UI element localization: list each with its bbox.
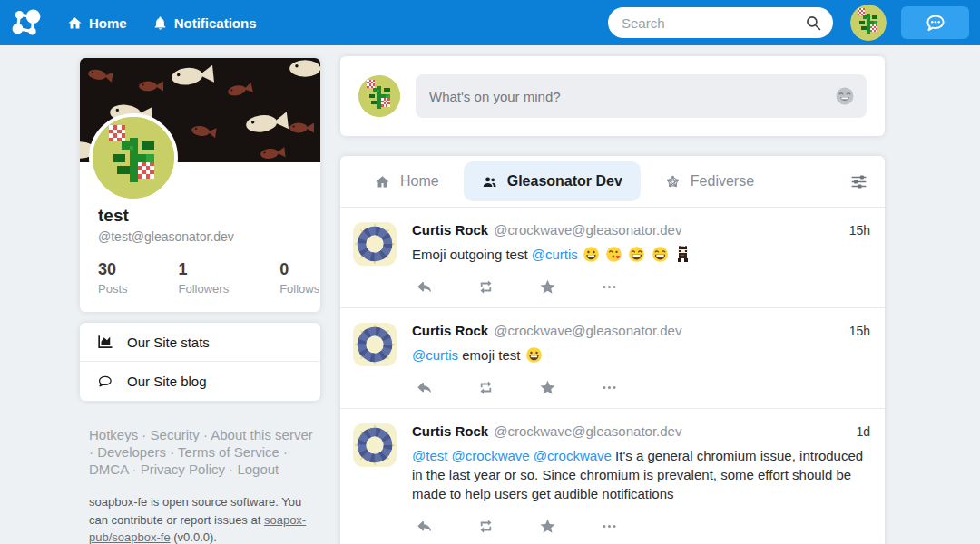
post-timestamp[interactable]: 15h <box>849 324 870 338</box>
post-author-name[interactable]: Curtis Rock <box>412 423 488 439</box>
stat-posts-value: 30 <box>98 260 128 279</box>
reply-button[interactable] <box>416 379 433 396</box>
profile-handle: @test@gleasonator.dev <box>98 229 302 244</box>
menu-item-site-stats[interactable]: Our Site stats <box>80 323 320 362</box>
repost-button[interactable] <box>477 518 495 535</box>
mention-link[interactable]: @curtis <box>412 347 458 363</box>
post-author-name[interactable]: Curtis Rock <box>412 323 488 338</box>
repost-icon <box>477 518 495 535</box>
footer-link-terms[interactable]: Terms of Service <box>178 444 288 460</box>
timeline-card: Home Gleasonator Dev Fediverse <box>340 156 885 544</box>
reply-icon <box>416 518 433 535</box>
compose-avatar[interactable] <box>358 75 400 117</box>
mention-link[interactable]: @crockwave <box>452 448 530 463</box>
stat-posts[interactable]: 30 Posts <box>98 260 128 296</box>
post-author-handle[interactable]: @crockwave@gleasonator.dev <box>494 423 681 439</box>
stat-posts-label: Posts <box>98 282 128 296</box>
avatar-image <box>850 5 887 41</box>
more-options-button[interactable] <box>601 379 618 396</box>
favourite-button[interactable] <box>539 518 556 535</box>
nav-notifications-label: Notifications <box>174 15 257 31</box>
mention-link[interactable]: @curtis <box>532 247 578 262</box>
post-body: Curtis Rock @crockwave@gleasonator.dev 1… <box>412 423 870 535</box>
more-options-button[interactable] <box>601 518 618 535</box>
post-author-avatar[interactable] <box>353 423 397 467</box>
stat-followers[interactable]: 1 Followers <box>179 260 230 296</box>
ellipsis-icon <box>601 518 618 535</box>
profile-avatar[interactable] <box>89 113 178 202</box>
post-author-handle[interactable]: @crockwave@gleasonator.dev <box>494 222 681 238</box>
timeline-tabbar: Home Gleasonator Dev Fediverse <box>340 156 885 208</box>
post-timestamp[interactable]: 15h <box>849 223 870 238</box>
footer-link-privacy[interactable]: Privacy Policy <box>141 461 238 477</box>
footer-link-hotkeys[interactable]: Hotkeys <box>89 427 151 442</box>
soapbox-logo-icon[interactable] <box>9 5 44 40</box>
post-header: Curtis Rock @crockwave@gleasonator.dev 1… <box>412 423 870 439</box>
pixel-character-emoji <box>674 246 691 263</box>
main-column: Home Gleasonator Dev Fediverse <box>340 56 885 544</box>
stat-follows-label: Follows <box>279 282 319 296</box>
favourite-button[interactable] <box>539 278 556 296</box>
footer-link-dmca[interactable]: DMCA <box>89 461 141 477</box>
area-chart-icon <box>97 334 113 350</box>
post-content: Emoji outgoing test @curtis <box>412 245 870 264</box>
favourite-button[interactable] <box>539 379 556 396</box>
footer-links: HotkeysSecurityAbout this serverDevelope… <box>89 426 317 478</box>
more-options-button[interactable] <box>601 278 618 296</box>
search-icon[interactable] <box>805 15 822 32</box>
post-text: Emoji outgoing test <box>412 247 532 262</box>
post-timestamp[interactable]: 1d <box>856 424 870 439</box>
reply-button[interactable] <box>416 278 433 296</box>
home-icon <box>375 174 390 189</box>
emoji-picker-button[interactable] <box>835 86 855 106</box>
footer-link-logout[interactable]: Logout <box>237 461 279 477</box>
post-author-handle[interactable]: @crockwave@gleasonator.dev <box>494 323 681 338</box>
avatar-image <box>353 222 397 266</box>
ellipsis-icon <box>601 379 618 396</box>
speech-bubble-icon <box>97 374 113 390</box>
mention-link[interactable]: @crockwave <box>534 448 612 463</box>
compose-card <box>340 56 885 136</box>
nav-home[interactable]: Home <box>67 15 127 31</box>
nav-notifications[interactable]: Notifications <box>152 15 257 31</box>
post-author-name[interactable]: Curtis Rock <box>412 222 488 238</box>
repost-icon <box>477 379 495 396</box>
bell-icon <box>152 15 168 31</box>
tab-label: Home <box>400 173 439 189</box>
footer-link-developers[interactable]: Developers <box>97 444 178 460</box>
post-author-avatar[interactable] <box>353 222 397 266</box>
mention-link[interactable]: @test <box>412 448 447 463</box>
compose-input[interactable] <box>429 89 835 104</box>
post-header: Curtis Rock @crockwave@gleasonator.dev 1… <box>412 222 870 238</box>
star-icon <box>539 518 556 535</box>
post-actions <box>412 278 870 296</box>
post: Curtis Rock @crockwave@gleasonator.dev 1… <box>340 409 885 544</box>
tab-home[interactable]: Home <box>357 161 457 201</box>
tab-label: Fediverse <box>691 173 754 189</box>
reply-button[interactable] <box>416 518 433 535</box>
tab-gleasonator-dev[interactable]: Gleasonator Dev <box>464 161 641 201</box>
star-icon <box>539 278 556 296</box>
post-actions <box>412 379 870 396</box>
post-author-avatar[interactable] <box>353 323 397 366</box>
page-body: test @test@gleasonator.dev 30 Posts 1 Fo… <box>0 45 980 544</box>
compose-field <box>416 74 867 118</box>
repost-button[interactable] <box>477 278 495 296</box>
current-user-avatar[interactable] <box>850 5 887 41</box>
sliders-icon <box>849 172 868 191</box>
beaming-face-emoji <box>628 246 645 263</box>
stat-follows[interactable]: 0 Follows <box>279 260 319 296</box>
menu-item-site-blog[interactable]: Our Site blog <box>80 362 320 401</box>
post: Curtis Rock @crockwave@gleasonator.dev 1… <box>340 308 885 409</box>
reply-icon <box>416 379 433 396</box>
tab-fediverse[interactable]: Fediverse <box>647 161 772 201</box>
chat-button[interactable] <box>901 6 969 39</box>
search-input[interactable] <box>622 15 805 31</box>
avatar-image <box>353 323 397 366</box>
repost-button[interactable] <box>477 379 495 396</box>
avatar-image <box>353 423 397 467</box>
timeline-settings-button[interactable] <box>849 172 868 191</box>
footer-link-security[interactable]: Security <box>151 427 211 442</box>
post-body: Curtis Rock @crockwave@gleasonator.dev 1… <box>412 323 870 396</box>
face-blowing-kiss-emoji <box>605 246 622 263</box>
